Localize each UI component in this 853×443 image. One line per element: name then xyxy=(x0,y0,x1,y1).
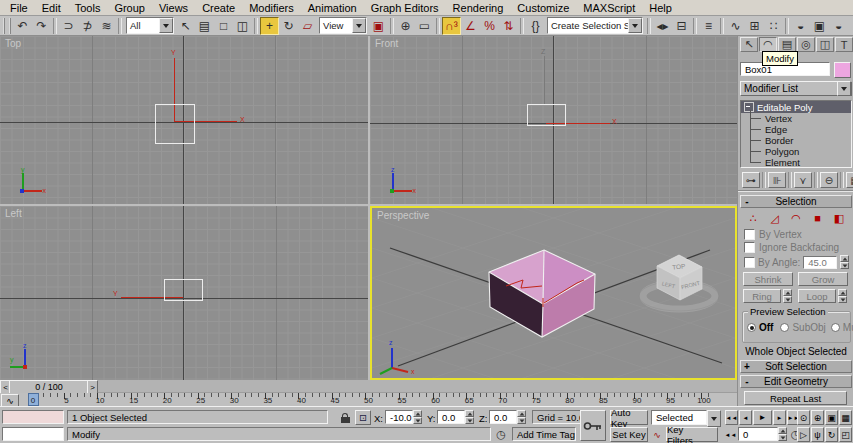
tab-motion[interactable]: ◎ xyxy=(797,37,815,52)
viewport-top[interactable]: Y X y x Top xyxy=(0,36,368,204)
redo-icon[interactable]: ↷ xyxy=(32,17,51,35)
stack-item-border[interactable]: Border xyxy=(741,135,851,146)
menu-graph-editors[interactable]: Graph Editors xyxy=(364,1,446,15)
collapse-icon[interactable] xyxy=(744,102,754,112)
modifier-list-arrow[interactable] xyxy=(837,81,851,96)
collapse-icon[interactable]: - xyxy=(741,196,753,207)
z-spinner[interactable] xyxy=(517,410,526,424)
object-color-swatch[interactable] xyxy=(834,62,851,78)
make-unique-icon[interactable]: ⋎ xyxy=(794,172,812,188)
track-bar[interactable]: ∿ 05101520253035404550556065707580859095… xyxy=(0,393,737,406)
repeat-last-button[interactable]: Repeat Last xyxy=(744,391,847,405)
x-spinner[interactable] xyxy=(413,410,422,424)
curve-editor-icon[interactable]: ∿ xyxy=(726,17,745,35)
set-key-mode-icon[interactable]: ∿ xyxy=(651,428,663,441)
menu-help[interactable]: Help xyxy=(642,1,679,15)
menu-views[interactable]: Views xyxy=(152,1,195,15)
play-button[interactable]: ► xyxy=(753,410,772,425)
ring-button[interactable]: Ring xyxy=(743,289,781,303)
border-mode-icon[interactable]: ◠ xyxy=(789,211,803,225)
go-to-start-button[interactable]: ◄◄ xyxy=(725,410,738,425)
by-angle-control[interactable]: By Angle: 45.0 xyxy=(744,255,849,269)
checkbox[interactable] xyxy=(744,242,755,253)
by-angle-spinner[interactable] xyxy=(840,255,849,269)
pin-stack-icon[interactable]: ⊶ xyxy=(742,172,760,188)
zoom-icon[interactable]: ⊙ xyxy=(797,410,810,425)
menu-rendering[interactable]: Rendering xyxy=(446,1,511,15)
zoom-extents-icon[interactable]: ▣ xyxy=(825,410,838,425)
menu-edit[interactable]: Edit xyxy=(35,1,68,15)
expand-icon[interactable]: + xyxy=(741,361,753,372)
modifier-stack[interactable]: Editable Poly VertexEdgeBorderPolygonEle… xyxy=(740,100,852,168)
selected-object-wireframe[interactable] xyxy=(527,104,566,126)
key-mode-toggle[interactable]: ◄◄ xyxy=(725,428,736,441)
select-and-manipulate-icon[interactable]: ⊕ xyxy=(396,17,415,35)
edit-named-selection-sets-icon[interactable]: {} xyxy=(526,17,545,35)
select-by-name-icon[interactable]: ▤ xyxy=(195,17,214,35)
absolute-offset-mode-toggle[interactable]: ⊡ xyxy=(355,410,371,425)
zoom-all-icon[interactable]: ⊕ xyxy=(811,410,824,425)
move-gizmo-z-axis[interactable] xyxy=(544,56,545,104)
rectangular-selection-region-icon[interactable]: □ xyxy=(214,17,233,35)
tab-modify[interactable]: ◠ xyxy=(759,37,777,52)
maximize-viewport-icon[interactable]: ◰ xyxy=(839,427,852,442)
selection-filter-dropdown-arrow[interactable] xyxy=(159,18,173,33)
previous-frame-button[interactable]: ◄ xyxy=(739,410,752,425)
selection-lock-toggle[interactable] xyxy=(338,411,352,425)
rendered-frame-window-icon[interactable]: ▣ xyxy=(810,17,829,35)
field-of-view-icon[interactable]: ▷ xyxy=(797,427,810,442)
y-spinner[interactable] xyxy=(465,410,474,424)
mirror-icon[interactable]: ◂▸ xyxy=(653,17,672,35)
layer-manager-icon[interactable]: ≡ xyxy=(699,17,718,35)
menu-create[interactable]: Create xyxy=(195,1,242,15)
menu-file[interactable]: File xyxy=(3,1,35,15)
toolbar-grip[interactable] xyxy=(3,18,11,34)
render-setup-icon[interactable]: ◒ xyxy=(791,17,810,35)
stack-item-element[interactable]: Element xyxy=(741,157,851,168)
soft-selection-rollout-header[interactable]: + Soft Selection xyxy=(740,360,852,373)
set-keys-button[interactable] xyxy=(580,410,606,441)
pan-icon[interactable]: ψ xyxy=(811,427,824,442)
snap-toggle-3d-icon[interactable]: ∩³ xyxy=(442,17,461,35)
material-editor-icon[interactable]: ∷ xyxy=(764,17,783,35)
selected-object-wireframe[interactable] xyxy=(164,279,203,301)
auto-key-button[interactable]: Auto Key xyxy=(610,410,648,425)
by-vertex-checkbox[interactable]: By Vertex xyxy=(744,229,802,240)
select-and-rotate-icon[interactable]: ↻ xyxy=(279,17,298,35)
current-frame-field[interactable]: 0 xyxy=(738,427,778,441)
vertex-mode-icon[interactable]: ∴ xyxy=(746,211,760,225)
preview-subobj-radio[interactable] xyxy=(780,323,789,332)
maxscript-mini-listener-white[interactable] xyxy=(2,427,64,441)
modifier-list-dropdown[interactable]: Modifier List xyxy=(740,81,852,96)
stack-item-edge[interactable]: Edge xyxy=(741,124,851,135)
arc-rotate-icon[interactable]: ↻ xyxy=(825,427,838,442)
viewport-left[interactable]: Y z y Left xyxy=(0,206,368,380)
time-slider[interactable]: < 0 / 100 > xyxy=(0,380,737,393)
frame-spinner[interactable] xyxy=(778,427,787,441)
stack-item-vertex[interactable]: Vertex xyxy=(741,113,851,124)
bind-to-space-warp-icon[interactable]: ≋ xyxy=(97,17,116,35)
menu-maxscript[interactable]: MAXScript xyxy=(576,1,642,15)
viewport-front[interactable]: Z X z x Front xyxy=(370,36,737,204)
keyboard-shortcut-override-icon[interactable]: ▭ xyxy=(415,17,434,35)
loop-button[interactable]: Loop xyxy=(798,289,836,303)
set-key-button[interactable]: Set Key xyxy=(610,427,648,442)
y-coord-field[interactable]: 0.0 xyxy=(437,410,465,424)
viewport-label[interactable]: Perspective xyxy=(377,210,429,221)
maxscript-mini-listener-pink[interactable] xyxy=(2,410,64,424)
viewport-label[interactable]: Front xyxy=(375,38,398,49)
x-coord-field[interactable]: -10.0 xyxy=(385,410,413,424)
use-pivot-point-center-icon[interactable]: ▣ xyxy=(369,17,388,35)
time-slider-handle[interactable]: 0 / 100 xyxy=(9,380,89,394)
percent-snap-icon[interactable]: % xyxy=(480,17,499,35)
reference-coordinate-system-dropdown[interactable]: View xyxy=(319,17,367,34)
remove-modifier-icon[interactable]: ⊖ xyxy=(820,172,838,188)
selected-object-wireframe[interactable] xyxy=(155,104,195,144)
schematic-view-icon[interactable]: ⊞ xyxy=(745,17,764,35)
edge-mode-icon[interactable]: ◿ xyxy=(768,211,782,225)
selection-filter-dropdown[interactable]: All xyxy=(126,17,174,34)
time-slider-next-button[interactable]: > xyxy=(87,380,98,394)
tab-display[interactable]: ◫ xyxy=(816,37,834,52)
select-and-move-icon[interactable]: + xyxy=(260,17,279,35)
menu-tools[interactable]: Tools xyxy=(68,1,108,15)
